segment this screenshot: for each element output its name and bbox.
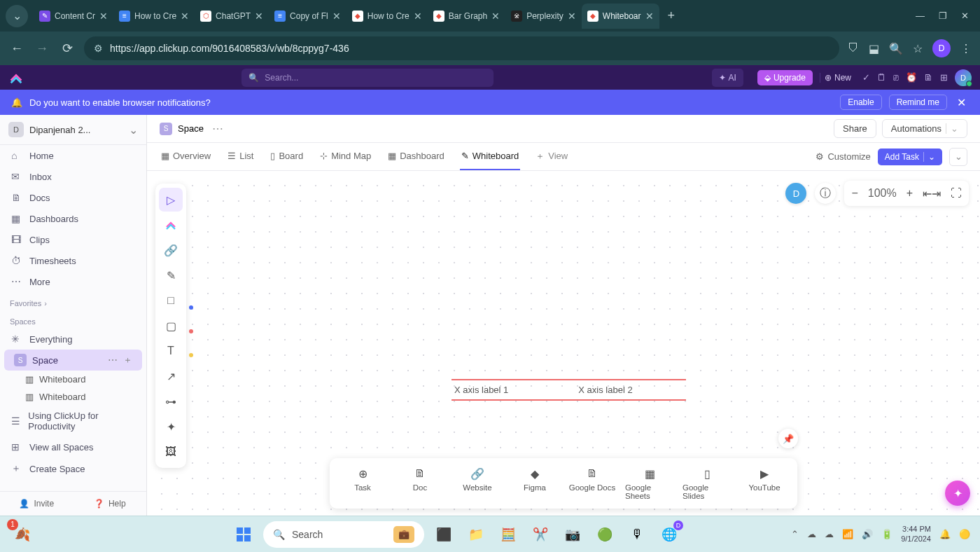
select-tool[interactable]: ▷	[159, 188, 183, 212]
dock-google-slides[interactable]: ▯Google Slides	[680, 462, 734, 504]
sidebar-view-all-spaces[interactable]: ⊞ View all Spaces	[0, 436, 146, 457]
tab-overview-button[interactable]: ⌄	[6, 5, 28, 27]
sidebar-item-more[interactable]: ⋯More	[0, 271, 146, 292]
workspace-selector[interactable]: D Dipanjenah 2... ⌄	[0, 115, 146, 145]
tab-close-icon[interactable]: ✕	[645, 11, 654, 22]
space-menu-icon[interactable]: ⋯	[108, 354, 118, 366]
notepad-icon[interactable]: 🗒	[877, 72, 886, 83]
apps-icon[interactable]: ⊞	[940, 72, 948, 83]
dock-google-sheets[interactable]: ▦Google Sheets	[622, 462, 677, 504]
tab-close-icon[interactable]: ✕	[491, 11, 500, 22]
clock[interactable]: 3:44 PM 9/1/2024	[901, 525, 931, 543]
browser-tab[interactable]: ≡How to Cre✕	[113, 4, 195, 29]
taskbar-weather-icon[interactable]: 🍂	[10, 522, 35, 547]
tab-close-icon[interactable]: ✕	[332, 11, 341, 22]
favorites-section[interactable]: Favorites ›	[0, 292, 146, 310]
sidebar-space[interactable]: S Space ⋯ ＋	[4, 350, 142, 371]
remind-button[interactable]: Remind me	[889, 95, 947, 110]
whiteboard-content[interactable]: X axis label 1 X axis label 2	[451, 379, 686, 401]
customize-button[interactable]: ⚙Customize	[816, 151, 870, 162]
sidebar-item-home[interactable]: ⌂Home	[0, 145, 146, 166]
wifi-icon[interactable]: 📶	[842, 529, 853, 539]
mic-icon[interactable]: 🎙	[624, 522, 650, 547]
clickup-item-tool[interactable]	[159, 213, 183, 237]
info-button[interactable]: ⓘ	[815, 183, 836, 204]
install-icon[interactable]: ⬓	[869, 42, 879, 55]
sidebar-whiteboard-item[interactable]: ▥Whiteboard	[0, 388, 146, 406]
sidebar-item-clips[interactable]: 🎞Clips	[0, 229, 146, 250]
browser-tab[interactable]: ◆Bar Graph✕	[428, 4, 505, 29]
sticky-tool[interactable]: ▢	[159, 314, 183, 338]
invite-button[interactable]: 👤Invite	[0, 492, 74, 516]
check-icon[interactable]: ✓	[862, 72, 870, 83]
notification-close-icon[interactable]: ✕	[954, 96, 969, 109]
browser-tab[interactable]: ※Perplexity✕	[505, 4, 582, 29]
user-avatar[interactable]: D	[955, 69, 972, 86]
explorer-icon[interactable]: 📁	[463, 522, 489, 547]
connector-tool[interactable]: ↗	[159, 364, 183, 388]
reload-button[interactable]: ⟳	[59, 41, 76, 56]
dock-google-docs[interactable]: 🗎Google Docs	[565, 462, 620, 504]
pen-tool[interactable]: ✎	[159, 263, 183, 287]
dock-doc[interactable]: 🗎Doc	[393, 462, 447, 504]
dock-website[interactable]: 🔗Website	[450, 462, 505, 504]
tracking-icon[interactable]: ⛉	[848, 42, 859, 55]
breadcrumb-name[interactable]: Space	[178, 123, 204, 134]
help-button[interactable]: ❓Help	[74, 492, 147, 516]
sidebar-everything[interactable]: ✳ Everything	[0, 329, 146, 350]
back-button[interactable]: ←	[8, 41, 25, 56]
bookmark-icon[interactable]: ☆	[913, 42, 923, 55]
whiteboard-canvas[interactable]: ▷ 🔗 ✎ □ ▢ T ↗ ⊶ ✦ 🖼 D ⓘ − 100%	[147, 171, 980, 516]
sidebar-create-space[interactable]: ＋ Create Space	[0, 457, 146, 480]
dock-youtube[interactable]: ▶YouTube	[737, 462, 792, 504]
sidebar-item-docs[interactable]: 🗎Docs	[0, 187, 146, 208]
shape-tool[interactable]: □	[159, 289, 183, 312]
window-close-icon[interactable]: ✕	[961, 11, 969, 21]
new-button[interactable]: ⊕ New	[820, 73, 855, 83]
browser-tab[interactable]: ⬡ChatGPT✕	[195, 4, 269, 29]
calculator-icon[interactable]: 🧮	[496, 522, 521, 547]
dock-task[interactable]: ⊕Task	[335, 462, 390, 504]
record-icon[interactable]: ⎚	[893, 72, 899, 83]
view-tab-list[interactable]: ☰List	[226, 143, 255, 170]
tray-chevron-icon[interactable]: ⌃	[791, 529, 799, 539]
sidebar-shared-doc[interactable]: ☰ Using ClickUp for Productivity	[0, 406, 146, 436]
browser-menu-icon[interactable]: ⋮	[960, 42, 972, 55]
window-maximize-icon[interactable]: ❐	[939, 11, 947, 21]
volume-icon[interactable]: 🔊	[862, 529, 873, 539]
camera-icon[interactable]: 📷	[560, 522, 585, 547]
browser-tab[interactable]: ◆How to Cre✕	[346, 4, 428, 29]
add-task-button[interactable]: Add Task⌄	[878, 149, 942, 165]
weather-tray-icon[interactable]: ☁	[825, 529, 834, 539]
x-label-1[interactable]: X axis label 1	[454, 385, 508, 395]
chevron-down-icon[interactable]: ⌄	[923, 152, 935, 162]
axis-line[interactable]	[451, 399, 686, 401]
view-tab-dashboard[interactable]: ▦Dashboard	[386, 143, 446, 170]
snip-icon[interactable]: ✂️	[528, 522, 553, 547]
collaborator-avatar[interactable]: D	[785, 183, 806, 204]
link-tool[interactable]: 🔗	[159, 238, 183, 262]
breadcrumb-menu-icon[interactable]: ⋯	[212, 122, 223, 135]
onedrive-icon[interactable]: ☁	[807, 529, 816, 539]
task-view-icon[interactable]: ⬛	[431, 522, 456, 547]
automations-button[interactable]: Automations⌄	[882, 119, 967, 138]
copilot-icon[interactable]: 🟡	[959, 529, 970, 539]
fullscreen-button[interactable]: ⛶	[951, 187, 962, 200]
pin-dock-button[interactable]: 📌	[778, 429, 798, 448]
window-minimize-icon[interactable]: —	[916, 11, 925, 21]
forward-button[interactable]: →	[34, 41, 50, 56]
tab-close-icon[interactable]: ✕	[181, 11, 189, 22]
sidebar-item-inbox[interactable]: ✉Inbox	[0, 166, 146, 187]
view-options-button[interactable]: ⌄	[949, 148, 967, 166]
x-label-2[interactable]: X axis label 2	[578, 385, 632, 395]
chrome-icon[interactable]: 🌐D	[657, 522, 682, 547]
clickup-logo-icon[interactable]	[8, 70, 24, 85]
profile-avatar[interactable]: D	[932, 39, 951, 57]
spotify-icon[interactable]: 🟢	[592, 522, 617, 547]
share-button[interactable]: Share	[834, 119, 876, 138]
new-tab-button[interactable]: +	[659, 8, 684, 23]
enable-button[interactable]: Enable	[840, 95, 881, 110]
sidebar-item-dashboards[interactable]: ▦Dashboards	[0, 208, 146, 229]
app-search-input[interactable]: 🔍 Search...	[241, 69, 493, 87]
zoom-in-button[interactable]: +	[906, 187, 913, 200]
